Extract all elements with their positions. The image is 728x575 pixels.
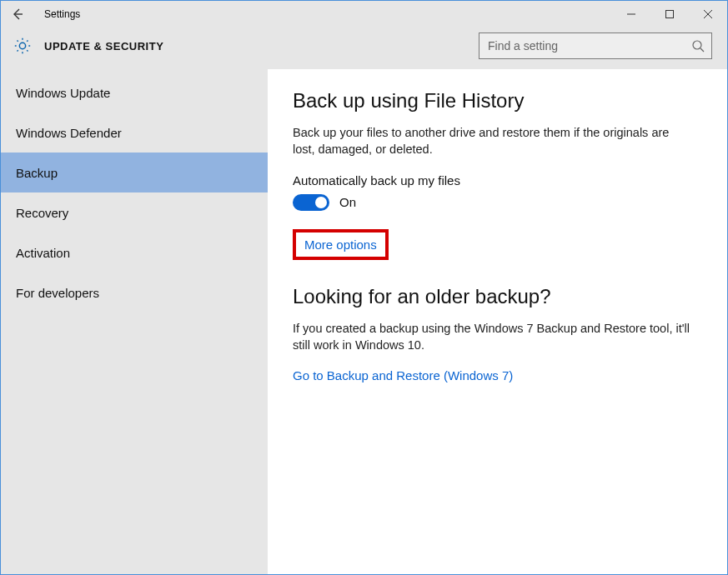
sidebar-item-for-developers[interactable]: For developers <box>1 272 268 312</box>
sidebar-item-label: Recovery <box>16 206 68 220</box>
svg-line-5 <box>700 48 704 52</box>
gear-icon <box>11 34 34 58</box>
svg-point-4 <box>693 41 701 49</box>
section-heading-file-history: Back up using File History <box>293 89 702 112</box>
toggle-state-label: On <box>339 195 356 209</box>
settings-window: Settings UPDATE & SECURITY <box>0 0 728 575</box>
auto-backup-toggle[interactable] <box>293 194 329 211</box>
svg-rect-1 <box>666 11 674 18</box>
close-button[interactable] <box>689 1 727 28</box>
sidebar-item-windows-update[interactable]: Windows Update <box>1 72 268 112</box>
titlebar: Settings <box>1 1 727 28</box>
minimize-button[interactable] <box>612 1 650 28</box>
back-arrow-icon <box>11 8 24 21</box>
content-pane: Back up using File History Back up your … <box>268 69 727 574</box>
sidebar-item-recovery[interactable]: Recovery <box>1 192 268 232</box>
search-box[interactable] <box>479 32 712 59</box>
sidebar: Windows Update Windows Defender Backup R… <box>1 69 268 574</box>
section-heading-older-backup: Looking for an older backup? <box>293 285 702 308</box>
sidebar-item-label: For developers <box>16 286 99 300</box>
body: Windows Update Windows Defender Backup R… <box>1 69 727 574</box>
more-options-link[interactable]: More options <box>304 238 377 252</box>
backup-restore-win7-link[interactable]: Go to Backup and Restore (Windows 7) <box>293 368 702 382</box>
search-icon <box>691 39 705 52</box>
category-title: UPDATE & SECURITY <box>44 40 163 52</box>
sidebar-item-windows-defender[interactable]: Windows Defender <box>1 112 268 152</box>
back-button[interactable] <box>1 1 34 28</box>
sidebar-item-label: Windows Update <box>16 86 110 100</box>
window-title: Settings <box>34 8 80 20</box>
sidebar-item-label: Activation <box>16 246 70 260</box>
header: UPDATE & SECURITY <box>1 28 727 69</box>
highlight-annotation: More options <box>293 229 389 260</box>
maximize-button[interactable] <box>650 1 689 28</box>
sidebar-item-label: Windows Defender <box>16 126 122 140</box>
sidebar-item-label: Backup <box>16 166 58 180</box>
toggle-caption: Automatically back up my files <box>293 173 702 188</box>
section-description-file-history: Back up your files to another drive and … <box>293 124 693 158</box>
section-description-older-backup: If you created a backup using the Window… <box>293 320 693 354</box>
auto-backup-toggle-row: On <box>293 194 702 211</box>
search-input[interactable] <box>486 38 691 53</box>
sidebar-item-backup[interactable]: Backup <box>1 152 268 192</box>
sidebar-item-activation[interactable]: Activation <box>1 232 268 272</box>
toggle-thumb <box>315 197 327 208</box>
window-controls <box>612 1 727 28</box>
